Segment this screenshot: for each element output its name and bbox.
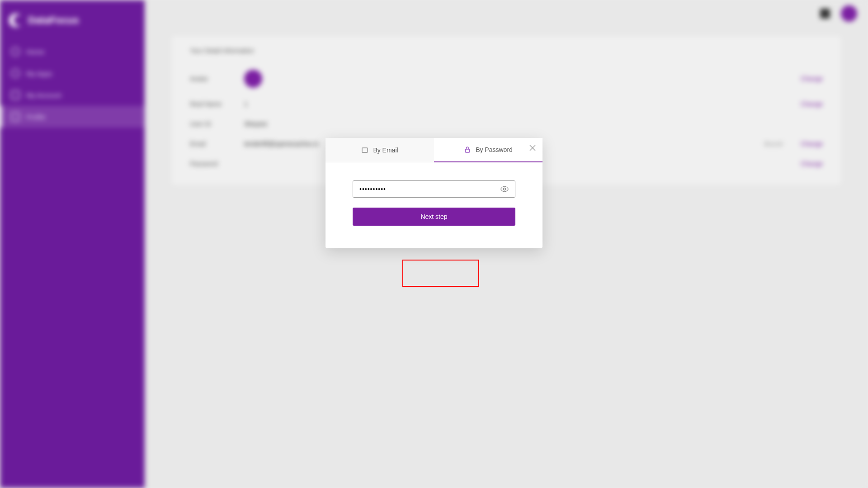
eye-icon <box>500 185 509 194</box>
close-button[interactable] <box>529 144 536 152</box>
toggle-visibility-button[interactable] <box>500 185 509 194</box>
next-step-button[interactable]: Next step <box>353 208 515 226</box>
close-icon <box>529 144 536 152</box>
email-icon <box>361 147 368 154</box>
modal-body: Next step <box>326 162 542 248</box>
tab-by-password[interactable]: By Password <box>434 138 542 162</box>
tab-password-label: By Password <box>476 146 513 153</box>
verification-modal: By Email By Password <box>326 138 542 248</box>
modal-tabs: By Email By Password <box>326 138 542 162</box>
modal-overlay: By Email By Password <box>0 0 868 488</box>
password-field-wrap <box>353 180 515 198</box>
tab-by-email[interactable]: By Email <box>326 138 434 162</box>
svg-rect-3 <box>466 149 470 152</box>
svg-rect-2 <box>362 148 368 152</box>
svg-point-4 <box>504 188 506 190</box>
tab-email-label: By Email <box>373 147 398 154</box>
password-input[interactable] <box>353 180 515 198</box>
lock-icon <box>464 146 471 153</box>
